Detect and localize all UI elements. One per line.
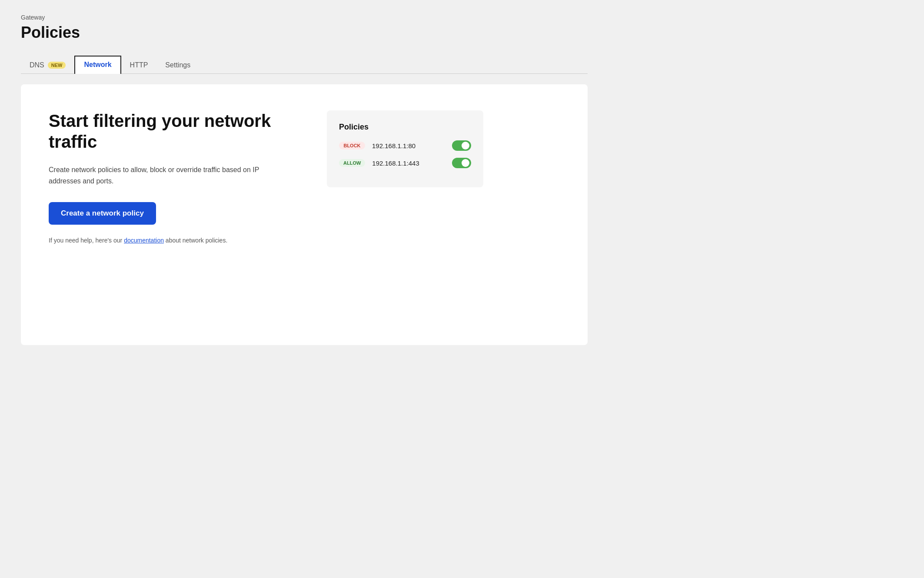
tab-http-label: HTTP	[130, 61, 148, 69]
tab-settings-label: Settings	[165, 61, 190, 69]
dns-new-badge: NEW	[48, 62, 66, 69]
hero-title: Start filtering your network traffic	[49, 110, 292, 152]
policy-badge-allow: ALLOW	[339, 159, 365, 167]
content-body: Start filtering your network traffic Cre…	[49, 110, 560, 244]
policy-toggle-1[interactable]	[452, 140, 471, 151]
tab-settings[interactable]: Settings	[156, 57, 199, 73]
tabs-nav: DNS NEW Network HTTP Settings	[21, 56, 588, 74]
create-network-policy-button[interactable]: Create a network policy	[49, 202, 156, 225]
policy-badge-block: BLOCK	[339, 142, 365, 149]
help-text: If you need help, here's our documentati…	[49, 237, 292, 244]
tab-network[interactable]: Network	[74, 56, 121, 74]
content-card: Start filtering your network traffic Cre…	[21, 84, 588, 345]
policy-row-allow: ALLOW 192.168.1.1:443	[339, 158, 471, 168]
help-text-prefix: If you need help, here's our	[49, 237, 124, 244]
documentation-link[interactable]: documentation	[124, 237, 164, 244]
left-section: Start filtering your network traffic Cre…	[49, 110, 292, 244]
help-text-suffix: about network policies.	[164, 237, 227, 244]
right-section: Policies BLOCK 192.168.1.1:80 ALLOW 192.…	[327, 110, 483, 187]
policy-ip-1: 192.168.1.1:80	[372, 142, 445, 149]
policies-preview-card: Policies BLOCK 192.168.1.1:80 ALLOW 192.…	[327, 110, 483, 187]
tab-http[interactable]: HTTP	[121, 57, 157, 73]
policy-ip-2: 192.168.1.1:443	[372, 159, 445, 167]
policies-preview-title: Policies	[339, 123, 471, 132]
tab-network-label: Network	[84, 61, 111, 69]
breadcrumb: Gateway	[21, 14, 588, 21]
hero-description: Create network policies to allow, block …	[49, 164, 292, 186]
page-title: Policies	[21, 23, 588, 42]
policy-toggle-2[interactable]	[452, 158, 471, 168]
tab-dns-label: DNS	[30, 61, 44, 69]
policy-row-block: BLOCK 192.168.1.1:80	[339, 140, 471, 151]
tab-dns[interactable]: DNS NEW	[21, 57, 74, 73]
